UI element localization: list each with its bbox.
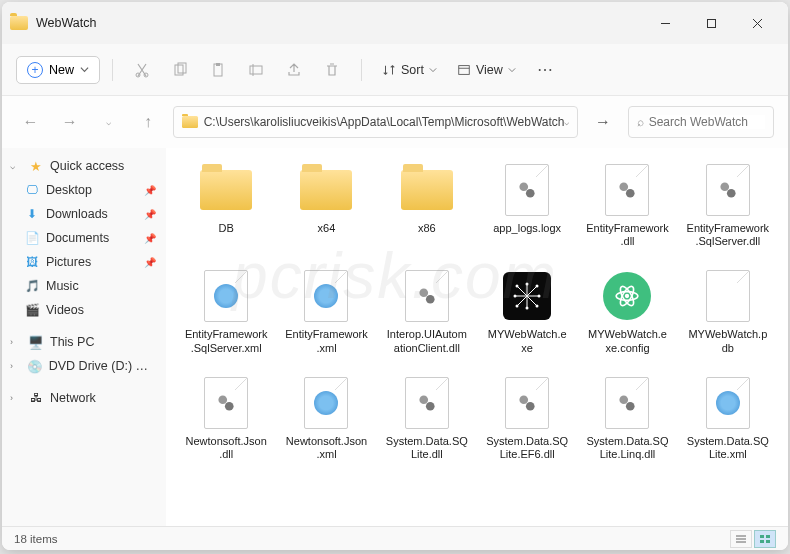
folder-icon: 📄 bbox=[24, 230, 40, 246]
file-label: System.Data.SQLite.EF6.dll bbox=[485, 435, 569, 461]
statusbar: 18 items bbox=[2, 526, 788, 550]
forward-button[interactable]: → bbox=[55, 107, 84, 137]
sidebar-item-documents[interactable]: 📄Documents📌 bbox=[4, 226, 164, 250]
details-view-button[interactable] bbox=[730, 530, 752, 548]
svg-point-21 bbox=[426, 295, 435, 304]
sidebar-network[interactable]: › 🖧 Network bbox=[4, 386, 164, 410]
file-label: System.Data.SQLite.Linq.dll bbox=[585, 435, 669, 461]
exe-black-icon bbox=[498, 268, 556, 324]
folder-item[interactable]: DB bbox=[180, 158, 272, 252]
file-label: System.Data.SQLite.dll bbox=[385, 435, 469, 461]
file-item[interactable]: MYWebWatch.pdb bbox=[682, 264, 774, 358]
address-bar[interactable]: C:\Users\karolisliucveikis\AppData\Local… bbox=[173, 106, 579, 138]
share-button[interactable] bbox=[277, 53, 311, 87]
file-item[interactable]: MYWebWatch.exe.config bbox=[581, 264, 673, 358]
sidebar-item-videos[interactable]: 🎬Videos bbox=[4, 298, 164, 322]
sidebar-quick-access[interactable]: ⌵ ★ Quick access bbox=[4, 154, 164, 178]
up-button[interactable]: ↑ bbox=[134, 107, 163, 137]
svg-rect-9 bbox=[216, 63, 220, 66]
folder-item[interactable]: x64 bbox=[280, 158, 372, 252]
file-label: System.Data.SQLite.xml bbox=[686, 435, 770, 461]
file-pane[interactable]: DBx64x86app_logs.logxEntityFramework.dll… bbox=[166, 148, 788, 526]
delete-button[interactable] bbox=[315, 53, 349, 87]
svg-rect-10 bbox=[250, 66, 262, 74]
svg-point-16 bbox=[620, 182, 629, 191]
close-button[interactable] bbox=[734, 7, 780, 39]
file-label: x86 bbox=[418, 222, 436, 235]
sidebar-item-desktop[interactable]: 🖵Desktop📌 bbox=[4, 178, 164, 202]
xml-icon bbox=[297, 375, 355, 431]
sidebar-item-label: Desktop bbox=[46, 183, 92, 197]
sidebar-item-pictures[interactable]: 🖼Pictures📌 bbox=[4, 250, 164, 274]
svg-point-42 bbox=[520, 395, 529, 404]
file-item[interactable]: MYWebWatch.exe bbox=[481, 264, 573, 358]
address-path: C:\Users\karolisliucveikis\AppData\Local… bbox=[204, 115, 565, 129]
minimize-button[interactable] bbox=[642, 7, 688, 39]
file-item[interactable]: Newtonsoft.Json.dll bbox=[180, 371, 272, 465]
cut-button[interactable] bbox=[125, 53, 159, 87]
gear-icon bbox=[398, 375, 456, 431]
chevron-right-icon: › bbox=[10, 393, 20, 403]
folder-icon bbox=[197, 162, 255, 218]
sort-button[interactable]: Sort bbox=[374, 58, 445, 82]
file-item[interactable]: EntityFramework.xml bbox=[280, 264, 372, 358]
sidebar-item-label: Videos bbox=[46, 303, 84, 317]
paste-button[interactable] bbox=[201, 53, 235, 87]
file-label: Newtonsoft.Json.xml bbox=[284, 435, 368, 461]
sidebar: ⌵ ★ Quick access 🖵Desktop📌⬇Downloads📌📄Do… bbox=[2, 148, 166, 526]
sidebar-item-downloads[interactable]: ⬇Downloads📌 bbox=[4, 202, 164, 226]
search-box[interactable]: ⌕ bbox=[628, 106, 774, 138]
file-item[interactable]: System.Data.SQLite.xml bbox=[682, 371, 774, 465]
sidebar-item-music[interactable]: 🎵Music bbox=[4, 274, 164, 298]
svg-point-28 bbox=[516, 305, 519, 308]
folder-item[interactable]: x86 bbox=[381, 158, 473, 252]
file-item[interactable]: System.Data.SQLite.EF6.dll bbox=[481, 371, 573, 465]
folder-icon: 🖼 bbox=[24, 254, 40, 270]
search-icon: ⌕ bbox=[637, 115, 644, 129]
sidebar-dvd[interactable]: › 💿 DVD Drive (D:) CCCC bbox=[4, 354, 164, 378]
file-label: MYWebWatch.exe bbox=[485, 328, 569, 354]
pin-icon: 📌 bbox=[144, 209, 156, 220]
file-item[interactable]: System.Data.SQLite.dll bbox=[381, 371, 473, 465]
gear-icon bbox=[498, 162, 556, 218]
plus-icon: + bbox=[27, 62, 43, 78]
file-label: EntityFramework.xml bbox=[284, 328, 368, 354]
copy-button[interactable] bbox=[163, 53, 197, 87]
file-item[interactable]: Interop.UIAutomationClient.dll bbox=[381, 264, 473, 358]
file-item[interactable]: app_logs.logx bbox=[481, 158, 573, 252]
more-button[interactable]: ⋯ bbox=[528, 53, 562, 87]
pin-icon: 📌 bbox=[144, 257, 156, 268]
toolbar: + New Sort View ⋯ bbox=[2, 44, 788, 96]
sidebar-item-label: Pictures bbox=[46, 255, 91, 269]
svg-point-27 bbox=[536, 285, 539, 288]
rename-button[interactable] bbox=[239, 53, 273, 87]
file-label: Newtonsoft.Json.dll bbox=[184, 435, 268, 461]
explorer-window: pcrisk.com WebWatch + New Sort View bbox=[2, 2, 788, 550]
folder-icon bbox=[182, 116, 198, 128]
file-item[interactable]: Newtonsoft.Json.xml bbox=[280, 371, 372, 465]
window-title: WebWatch bbox=[36, 16, 642, 30]
chevron-down-icon[interactable]: ⌵ bbox=[94, 107, 123, 137]
maximize-button[interactable] bbox=[688, 7, 734, 39]
folder-icon: 🖵 bbox=[24, 182, 40, 198]
icons-view-button[interactable] bbox=[754, 530, 776, 548]
xml-icon bbox=[197, 268, 255, 324]
xml-icon bbox=[297, 268, 355, 324]
svg-point-15 bbox=[526, 189, 535, 198]
view-button[interactable]: View bbox=[449, 58, 524, 82]
gear-icon bbox=[398, 268, 456, 324]
file-item[interactable]: System.Data.SQLite.Linq.dll bbox=[581, 371, 673, 465]
chevron-right-icon: › bbox=[10, 361, 19, 371]
sidebar-this-pc[interactable]: › 🖥️ This PC bbox=[4, 330, 164, 354]
pc-icon: 🖥️ bbox=[28, 334, 44, 350]
file-item[interactable]: EntityFramework.SqlServer.xml bbox=[180, 264, 272, 358]
svg-rect-49 bbox=[760, 535, 764, 538]
file-item[interactable]: EntityFramework.dll bbox=[581, 158, 673, 252]
back-button[interactable]: ← bbox=[16, 107, 45, 137]
file-item[interactable]: EntityFramework.SqlServer.dll bbox=[682, 158, 774, 252]
search-input[interactable] bbox=[649, 115, 765, 129]
new-button[interactable]: + New bbox=[16, 56, 100, 84]
file-label: EntityFramework.SqlServer.xml bbox=[184, 328, 268, 354]
refresh-button[interactable]: → bbox=[588, 107, 617, 137]
blank-icon bbox=[699, 268, 757, 324]
